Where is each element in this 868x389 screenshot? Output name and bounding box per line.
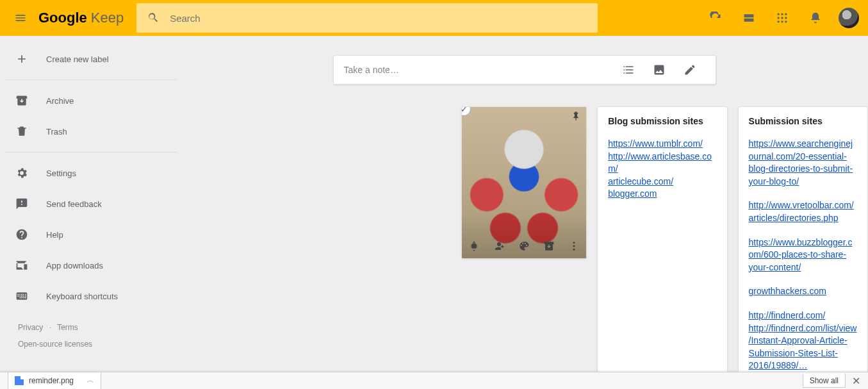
download-filename: reminder.png xyxy=(29,376,74,385)
download-item[interactable]: reminder.png ︿ xyxy=(8,372,101,390)
settings-button[interactable]: Settings xyxy=(0,158,181,188)
show-all-label: Show all xyxy=(810,376,839,385)
svg-point-0 xyxy=(778,13,780,15)
sidebar-item-label: Help xyxy=(46,230,63,240)
help-button[interactable]: Help xyxy=(0,219,181,250)
search-input[interactable] xyxy=(170,13,598,24)
file-icon xyxy=(15,376,24,385)
archive-icon xyxy=(15,94,28,107)
feedback-button[interactable]: Send feedback xyxy=(0,188,181,219)
show-all-button[interactable]: Show all xyxy=(803,374,846,388)
svg-point-7 xyxy=(781,21,783,22)
logo[interactable]: Google Keep xyxy=(38,10,136,26)
take-note-placeholder: Take a note… xyxy=(344,65,613,75)
view-toggle-icon[interactable] xyxy=(735,4,763,32)
close-icon[interactable]: ✕ xyxy=(852,375,860,387)
sidebar-item-label: Send feedback xyxy=(46,199,102,209)
feedback-icon xyxy=(15,197,28,210)
search-icon[interactable] xyxy=(136,12,170,24)
note-card-image[interactable]: ✓ xyxy=(461,106,587,259)
app-downloads-button[interactable]: App downloads xyxy=(0,250,181,281)
archive-icon[interactable] xyxy=(543,240,555,254)
trash-icon xyxy=(15,125,28,138)
logo-brand: Google xyxy=(38,10,87,26)
svg-point-2 xyxy=(785,13,787,15)
svg-point-8 xyxy=(785,21,787,22)
main: Take a note… ✓ Blog submission sites xyxy=(181,36,868,372)
downloads-bar: reminder.png ︿ Show all ✕ xyxy=(0,372,868,389)
note-link[interactable]: http://findnerd.com/ xyxy=(749,310,857,322)
pin-icon[interactable] xyxy=(571,111,581,124)
header-actions xyxy=(701,4,863,32)
sidebar-item-label: Create new label xyxy=(46,54,109,64)
sidebar-item-label: Settings xyxy=(46,169,76,178)
gear-icon xyxy=(15,167,28,179)
apps-icon[interactable] xyxy=(768,4,796,32)
note-body: https://www.tumblr.com/ http://www.artic… xyxy=(608,138,716,201)
account-avatar[interactable] xyxy=(835,4,863,32)
new-list-icon[interactable] xyxy=(613,63,644,76)
chevron-up-icon[interactable]: ︿ xyxy=(86,375,94,386)
note-link[interactable]: https://www.tumblr.com/ xyxy=(608,138,716,151)
menu-icon[interactable] xyxy=(5,3,36,33)
search-bar[interactable] xyxy=(136,3,598,33)
header: Google Keep xyxy=(0,0,868,36)
new-image-icon[interactable] xyxy=(644,63,675,76)
note-link[interactable]: growthhackers.com xyxy=(749,285,857,298)
svg-point-10 xyxy=(573,245,575,247)
trash-button[interactable]: Trash xyxy=(0,116,181,147)
note-link[interactable]: blogger.com xyxy=(608,188,716,201)
collaborator-icon[interactable] xyxy=(493,240,505,254)
note-card[interactable]: Submission sites https://www.searchengin… xyxy=(738,106,868,372)
svg-point-3 xyxy=(778,17,780,19)
terms-link[interactable]: Terms xyxy=(57,323,78,332)
color-icon[interactable] xyxy=(518,240,530,254)
note-image xyxy=(462,107,586,258)
notifications-icon[interactable] xyxy=(801,4,830,32)
new-drawing-icon[interactable] xyxy=(675,63,705,76)
footer-links: Privacy · Terms Open-source licenses xyxy=(0,311,181,349)
devices-icon xyxy=(15,259,28,272)
privacy-link[interactable]: Privacy xyxy=(18,323,43,332)
plus-icon xyxy=(15,53,28,65)
keyboard-icon xyxy=(15,290,28,302)
take-note-bar[interactable]: Take a note… xyxy=(333,55,716,85)
sidebar-item-label: Trash xyxy=(46,127,67,137)
notes-grid: ✓ Blog submission sites https://www.tumb… xyxy=(461,106,868,372)
card-toolbar xyxy=(462,240,586,254)
svg-point-1 xyxy=(781,13,783,15)
more-icon[interactable] xyxy=(568,240,580,254)
note-link[interactable]: http://findnerd.com/list/view/Instant-Ap… xyxy=(749,322,857,372)
svg-point-6 xyxy=(778,21,780,22)
svg-point-5 xyxy=(785,17,787,19)
remind-icon[interactable] xyxy=(468,240,480,254)
refresh-icon[interactable] xyxy=(701,4,730,32)
sidebar-item-label: App downloads xyxy=(46,261,103,270)
note-link[interactable]: http://www.articlesbase.com/ xyxy=(608,151,716,176)
logo-product: Keep xyxy=(91,10,124,26)
open-source-link[interactable]: Open-source licenses xyxy=(18,340,181,349)
sidebar-item-label: Archive xyxy=(46,96,74,106)
sidebar: Create new label Archive Trash Settings … xyxy=(0,36,181,372)
note-card[interactable]: Blog submission sites https://www.tumblr… xyxy=(597,106,727,372)
note-link[interactable]: https://www.buzzblogger.com/600-places-t… xyxy=(749,236,857,274)
svg-point-11 xyxy=(573,249,575,251)
svg-point-9 xyxy=(573,242,575,244)
note-title: Blog submission sites xyxy=(608,116,716,126)
note-title: Submission sites xyxy=(749,116,857,126)
note-link[interactable]: articlecube.com/ xyxy=(608,176,716,188)
create-label-button[interactable]: Create new label xyxy=(0,44,181,74)
sidebar-item-label: Keyboard shortcuts xyxy=(46,292,118,301)
keyboard-shortcuts-button[interactable]: Keyboard shortcuts xyxy=(0,281,181,311)
svg-point-4 xyxy=(781,17,783,19)
note-link[interactable]: http://www.vretoolbar.com/articles/direc… xyxy=(749,199,857,224)
note-body: https://www.searchenginejournal.com/20-e… xyxy=(749,138,857,372)
help-icon xyxy=(15,228,28,241)
archive-button[interactable]: Archive xyxy=(0,85,181,116)
note-link[interactable]: https://www.searchenginejournal.com/20-e… xyxy=(749,138,857,188)
